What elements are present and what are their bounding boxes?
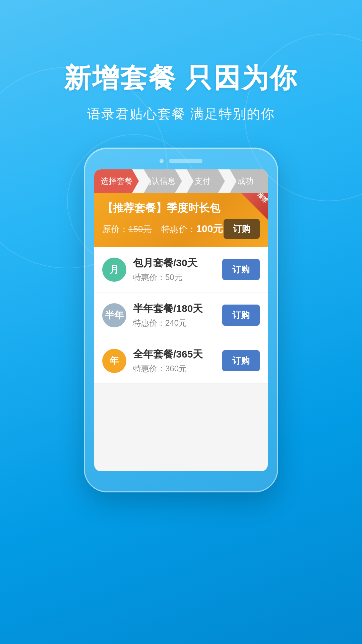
phone-mockup: 选择套餐 确认信息 支付 成功 推荐 【推荐套餐】季度时长包 [84,148,278,492]
package-info-halfyear: 半年套餐/180天 特惠价：240元 [133,302,216,328]
step-payment[interactable]: 支付 [180,169,225,193]
phone-speaker [169,159,202,163]
package-name-yearly: 全年套餐/365天 [133,347,216,361]
package-icon-yearly: 年 [102,349,126,373]
featured-price-row: 原价：150元 特惠价：100元 订购 [102,219,260,239]
package-name-monthly: 包月套餐/30天 [133,256,216,270]
featured-buy-button[interactable]: 订购 [224,219,260,239]
package-name-halfyear: 半年套餐/180天 [133,302,216,316]
package-icon-halfyear: 半年 [102,303,126,327]
featured-original-label: 原价：150元 特惠价：100元 [102,224,223,234]
package-list: 月 包月套餐/30天 特惠价：50元 订购 半年 半年套餐/180天 特 [94,247,268,384]
phone-sensor-row [94,159,268,163]
step-success[interactable]: 成功 [223,169,268,193]
package-info-yearly: 全年套餐/365天 特惠价：360元 [133,347,216,374]
featured-banner: 推荐 【推荐套餐】季度时长包 原价：150元 特惠价：100元 订购 [94,193,268,247]
featured-title: 【推荐套餐】季度时长包 [102,201,260,216]
step-select-package[interactable]: 选择套餐 [94,169,139,193]
package-item-yearly: 年 全年套餐/365天 特惠价：360元 订购 [94,338,268,384]
package-item-monthly: 月 包月套餐/30天 特惠价：50元 订购 [94,247,268,292]
package-price-halfyear: 特惠价：240元 [133,318,216,328]
header-section: 新增套餐 只因为你 语录君贴心套餐 满足特别的你 [0,60,362,123]
phone-screen: 选择套餐 确认信息 支付 成功 推荐 【推荐套餐】季度时长包 [94,169,268,471]
buy-button-monthly[interactable]: 订购 [222,259,260,280]
package-icon-monthly: 月 [102,258,126,282]
buy-button-yearly[interactable]: 订购 [222,350,260,371]
phone-dot [160,159,164,163]
buy-button-halfyear[interactable]: 订购 [222,305,260,326]
steps-bar: 选择套餐 确认信息 支付 成功 [94,169,268,193]
package-item-halfyear: 半年 半年套餐/180天 特惠价：240元 订购 [94,292,268,338]
step-confirm-info[interactable]: 确认信息 [137,169,182,193]
package-info-monthly: 包月套餐/30天 特惠价：50元 [133,256,216,283]
page-subtitle: 语录君贴心套餐 满足特别的你 [0,105,362,123]
package-price-monthly: 特惠价：50元 [133,272,216,283]
page-title: 新增套餐 只因为你 [0,60,362,97]
featured-price-info: 原价：150元 特惠价：100元 [102,222,223,236]
package-price-yearly: 特惠价：360元 [133,363,216,374]
phone-frame: 选择套餐 确认信息 支付 成功 推荐 【推荐套餐】季度时长包 [84,148,278,492]
